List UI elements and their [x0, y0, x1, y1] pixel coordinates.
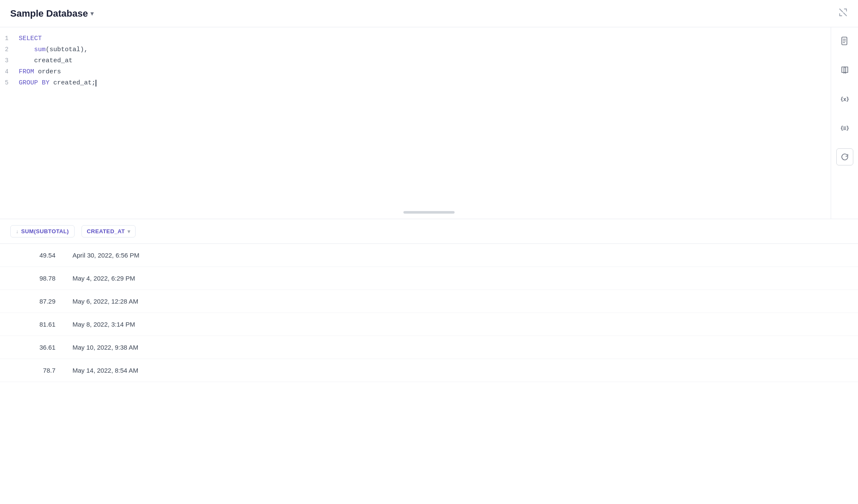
cell-date: May 8, 2022, 3:14 PM	[72, 321, 135, 328]
code-line: 4 FROM orders	[0, 67, 831, 78]
cell-date: May 6, 2022, 12:28 AM	[72, 298, 138, 305]
sort-icon: ↓	[16, 229, 18, 235]
function-name: sum	[19, 46, 46, 53]
keyword: SELECT	[19, 35, 42, 42]
table-row: 98.78 May 4, 2022, 6:29 PM	[0, 267, 858, 290]
chevron-down-icon[interactable]: ▾	[90, 9, 94, 17]
line-content: GROUP BY created_at;	[15, 79, 831, 87]
line-number: 2	[0, 46, 15, 53]
cell-date: May 4, 2022, 6:29 PM	[72, 275, 135, 282]
code-text: created_at	[19, 57, 72, 64]
cell-subtotal: 81.61	[10, 321, 66, 328]
header-left: Sample Database ▾	[10, 8, 94, 19]
code-line: 1 SELECT	[0, 34, 831, 45]
line-content: created_at	[15, 57, 831, 64]
code-line: 5 GROUP BY created_at;	[0, 78, 831, 90]
table-row: 49.54 April 30, 2022, 6:56 PM	[0, 244, 858, 267]
column-header-created-at[interactable]: CREATED_AT ▾	[81, 225, 136, 238]
filter-icon: ▾	[128, 229, 130, 235]
run-icon[interactable]	[836, 148, 853, 165]
results-container: ↓ SUM(SUBTOTAL) CREATED_AT ▾ 49.54 April…	[0, 219, 858, 382]
code-line: 2 sum(subtotal),	[0, 45, 831, 56]
column-label-created-at: CREATED_AT	[87, 228, 125, 235]
column-label-sum-subtotal: SUM(SUBTOTAL)	[21, 228, 69, 235]
header: Sample Database ▾	[0, 0, 858, 27]
results-body: 49.54 April 30, 2022, 6:56 PM 98.78 May …	[0, 244, 858, 382]
keyword: GROUP BY	[19, 79, 49, 87]
cell-subtotal: 98.78	[10, 275, 66, 282]
code-text: orders	[34, 68, 61, 75]
table-row: 36.61 May 10, 2022, 9:38 AM	[0, 336, 858, 359]
code-text: (subtotal),	[46, 46, 88, 53]
cell-subtotal: 87.29	[10, 298, 66, 305]
editor-toolbar: {x} {≡}	[831, 27, 858, 219]
book-icon[interactable]	[836, 61, 853, 78]
editor-container: 1 SELECT 2 sum(subtotal), 3 created_at	[0, 27, 858, 219]
code-lines: 1 SELECT 2 sum(subtotal), 3 created_at	[0, 34, 831, 90]
cell-subtotal: 36.61	[10, 344, 66, 351]
document-icon[interactable]	[836, 32, 853, 49]
line-number: 4	[0, 68, 15, 75]
page-title: Sample Database	[10, 8, 88, 19]
cursor	[96, 80, 96, 87]
line-number: 5	[0, 79, 15, 86]
column-header-sum-subtotal[interactable]: ↓ SUM(SUBTOTAL)	[10, 225, 75, 238]
code-line: 3 created_at	[0, 56, 831, 67]
cell-subtotal: 49.54	[10, 252, 66, 259]
expand-icon[interactable]	[838, 8, 848, 19]
code-editor[interactable]: 1 SELECT 2 sum(subtotal), 3 created_at	[0, 27, 831, 219]
snippets-icon[interactable]: {≡}	[836, 119, 853, 136]
cell-date: May 14, 2022, 8:54 AM	[72, 367, 138, 374]
cell-subtotal: 78.7	[10, 367, 66, 374]
table-row: 87.29 May 6, 2022, 12:28 AM	[0, 290, 858, 313]
cell-date: May 10, 2022, 9:38 AM	[72, 344, 138, 351]
results-header: ↓ SUM(SUBTOTAL) CREATED_AT ▾	[0, 219, 858, 244]
table-row: 81.61 May 8, 2022, 3:14 PM	[0, 313, 858, 336]
code-text: created_at;	[49, 79, 96, 87]
variables-icon[interactable]: {x}	[836, 90, 853, 107]
line-content: SELECT	[15, 35, 831, 42]
line-content: FROM orders	[15, 68, 831, 75]
keyword: FROM	[19, 68, 34, 75]
line-number: 1	[0, 35, 15, 42]
line-number: 3	[0, 57, 15, 64]
table-row: 78.7 May 14, 2022, 8:54 AM	[0, 359, 858, 382]
cell-date: April 30, 2022, 6:56 PM	[72, 252, 139, 259]
line-content: sum(subtotal),	[15, 46, 831, 53]
scrollbar-track	[403, 211, 455, 214]
